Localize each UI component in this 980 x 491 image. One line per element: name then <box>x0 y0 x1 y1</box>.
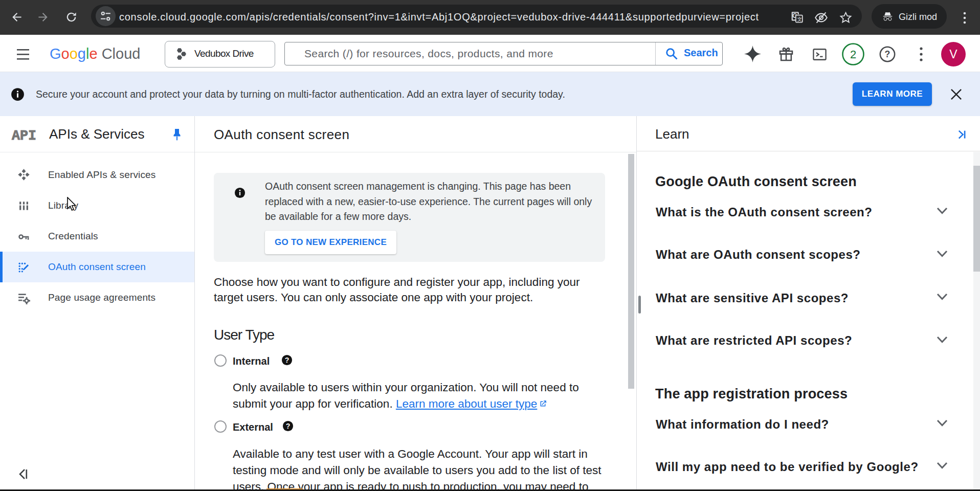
svg-text:API: API <box>12 128 36 143</box>
svg-text:2: 2 <box>850 48 856 61</box>
svg-text:文: 文 <box>797 16 803 22</box>
svg-text:?: ? <box>885 49 890 59</box>
svg-text:?: ? <box>286 422 291 430</box>
svg-text:?: ? <box>285 356 289 364</box>
